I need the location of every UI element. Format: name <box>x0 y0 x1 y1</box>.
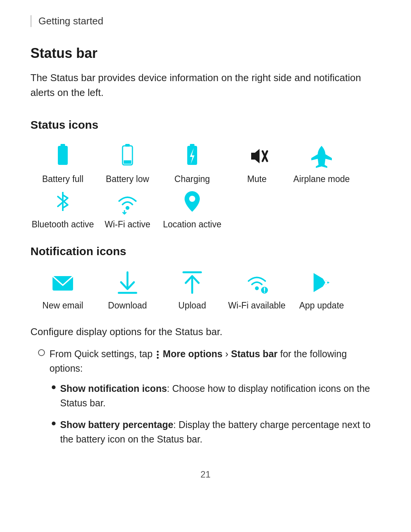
charging-icon <box>179 143 206 169</box>
wifi-active-icon <box>114 188 141 215</box>
wifi-available-icon <box>244 269 270 296</box>
page-number: 21 <box>30 469 381 480</box>
battery-low-label: Battery low <box>106 174 149 184</box>
status-icon-airplane: Airplane mode <box>289 143 354 184</box>
app-update-label: App update <box>299 300 344 311</box>
status-icon-bluetooth: Bluetooth active <box>30 188 95 230</box>
battery-full-label: Battery full <box>42 174 84 184</box>
bluetooth-icon <box>49 188 76 215</box>
notification-icon-app-update: App update <box>289 269 354 311</box>
more-options-icon <box>157 351 159 359</box>
breadcrumb: Getting started <box>30 15 381 27</box>
upload-label: Upload <box>178 300 206 311</box>
status-icon-charging: Charging <box>160 143 225 184</box>
airplane-mode-icon <box>308 143 335 169</box>
sub-bullet-text-2: Show battery percentage: Display the bat… <box>60 418 381 446</box>
status-icons-heading: Status icons <box>30 118 381 131</box>
notification-icons-grid: New email Download Upload Wi-Fi avail <box>30 269 381 311</box>
configure-text: Configure display options for the Status… <box>30 326 381 338</box>
svg-point-14 <box>189 196 195 202</box>
status-icon-wifi-active: Wi-Fi active <box>95 188 160 230</box>
location-active-label: Location active <box>163 219 221 230</box>
svg-point-12 <box>126 206 129 210</box>
status-icon-location: Location active <box>160 188 225 230</box>
bullet-dot-1 <box>52 385 56 389</box>
status-icons-grid: Battery full Battery low Charging Mute <box>30 143 381 230</box>
notification-icon-download: Download <box>95 269 160 311</box>
sub-bullet-notification-icons: Show notification icons: Choose how to d… <box>52 382 381 410</box>
download-label: Download <box>108 300 147 311</box>
mute-icon <box>244 143 270 169</box>
battery-full-icon <box>49 143 76 169</box>
svg-rect-1 <box>61 144 65 147</box>
sub-bullet-battery-percentage: Show battery percentage: Display the bat… <box>52 418 381 446</box>
battery-low-icon <box>114 143 141 169</box>
wifi-available-label: Wi-Fi available <box>228 300 286 311</box>
notification-icon-wifi-available: Wi-Fi available <box>225 269 289 311</box>
wifi-active-label: Wi-Fi active <box>105 219 150 230</box>
svg-point-20 <box>255 286 259 290</box>
upload-icon <box>179 269 206 296</box>
page-title: Status bar <box>30 45 381 61</box>
mute-label: Mute <box>247 174 266 184</box>
new-email-label: New email <box>42 300 83 311</box>
svg-rect-4 <box>125 144 130 147</box>
sub-bullet-text-1: Show notification icons: Choose how to d… <box>60 382 381 410</box>
notification-icon-email: New email <box>30 269 95 311</box>
svg-point-23 <box>264 292 265 293</box>
svg-marker-8 <box>251 149 260 163</box>
status-icon-battery-full: Battery full <box>30 143 95 184</box>
location-active-icon <box>179 188 206 215</box>
airplane-mode-label: Airplane mode <box>293 174 350 184</box>
svg-rect-0 <box>58 146 68 165</box>
svg-rect-3 <box>124 160 131 164</box>
status-icon-mute: Mute <box>225 143 289 184</box>
sub-bullets: Show notification icons: Choose how to d… <box>52 382 381 446</box>
circle-bullet-text: From Quick settings, tap More options › … <box>49 347 381 375</box>
svg-marker-24 <box>314 273 330 292</box>
circle-bullet-item: From Quick settings, tap More options › … <box>38 347 381 375</box>
bullet-dot-2 <box>52 422 56 425</box>
status-icon-battery-low: Battery low <box>95 143 160 184</box>
notification-icon-upload: Upload <box>160 269 225 311</box>
bullet-section: From Quick settings, tap More options › … <box>38 347 381 446</box>
charging-label: Charging <box>174 174 210 184</box>
circle-bullet-icon <box>38 349 45 356</box>
download-icon <box>114 269 141 296</box>
bluetooth-label: Bluetooth active <box>32 219 94 230</box>
notification-icons-heading: Notification icons <box>30 245 381 258</box>
app-update-icon <box>308 269 335 296</box>
svg-rect-6 <box>190 144 194 147</box>
new-email-icon <box>49 269 76 296</box>
intro-paragraph: The Status bar provides device informati… <box>30 70 381 100</box>
